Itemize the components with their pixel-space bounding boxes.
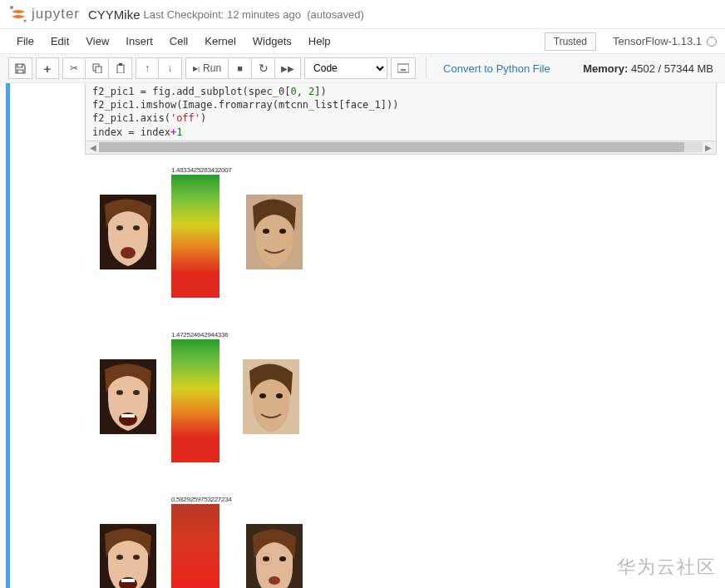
figure-row: 1.4833425283432007 xyxy=(100,166,717,298)
svg-point-24 xyxy=(259,393,266,398)
svg-point-19 xyxy=(116,390,123,395)
notebook-title[interactable]: CYYMike xyxy=(88,7,141,22)
run-icon: ▶| xyxy=(193,65,200,72)
arrow-down-icon: ↓ xyxy=(168,62,173,74)
svg-point-17 xyxy=(279,229,286,234)
paste-button[interactable] xyxy=(109,57,132,79)
svg-point-34 xyxy=(269,576,280,585)
distance-label: 1.472524642944336 xyxy=(171,331,228,338)
arrow-up-icon: ↑ xyxy=(145,62,150,74)
svg-point-1 xyxy=(24,20,27,22)
svg-point-32 xyxy=(263,556,269,561)
colorbar-gradient xyxy=(171,504,219,588)
face-image-right xyxy=(246,195,303,269)
save-icon xyxy=(15,63,26,74)
scroll-left-icon[interactable]: ◀ xyxy=(87,141,99,153)
memory-indicator: Memory: 4502 / 57344 MB xyxy=(583,62,713,75)
svg-point-13 xyxy=(133,225,140,230)
trusted-indicator[interactable]: Trusted xyxy=(545,32,596,51)
move-up-button[interactable]: ↑ xyxy=(136,57,159,79)
svg-point-12 xyxy=(116,225,123,230)
kernel-status-icon xyxy=(707,37,717,47)
notebook-container: f2_pic1 = fig.add_subplot(spec_0[0, 2]) … xyxy=(0,83,725,588)
copy-button[interactable] xyxy=(86,57,109,79)
menu-insert[interactable]: Insert xyxy=(117,30,161,52)
svg-rect-4 xyxy=(117,65,124,73)
svg-point-20 xyxy=(133,390,140,395)
toolbar: + ✂ ↑ ↓ ▶| Run ■ ↻ ▶▶ Code Convert to Py… xyxy=(0,54,725,83)
menu-widgets[interactable]: Widgets xyxy=(244,30,300,52)
command-palette-button[interactable] xyxy=(391,57,416,79)
face-image-right xyxy=(243,359,299,434)
svg-rect-3 xyxy=(96,67,101,73)
keyboard-icon xyxy=(397,63,409,73)
save-button[interactable] xyxy=(8,57,32,79)
plus-icon: + xyxy=(44,62,52,76)
svg-rect-5 xyxy=(119,63,122,66)
face-image-left xyxy=(100,359,156,434)
restart-button[interactable]: ↻ xyxy=(252,57,275,79)
move-down-button[interactable]: ↓ xyxy=(159,57,182,79)
svg-rect-30 xyxy=(121,579,135,582)
menu-kernel[interactable]: Kernel xyxy=(196,30,244,52)
jupyter-logo-text: jupyter xyxy=(32,6,80,22)
jupyter-logo[interactable]: jupyter xyxy=(8,4,80,24)
face-image-left xyxy=(100,195,156,269)
distance-label: 1.4833425283432007 xyxy=(171,166,231,174)
convert-to-python-link[interactable]: Convert to Python File xyxy=(443,62,550,75)
figure-row: 1.472524642944336 xyxy=(100,331,717,462)
colorbar-gradient xyxy=(171,339,219,462)
code-input[interactable]: f2_pic1 = fig.add_subplot(spec_0[0, 2]) … xyxy=(85,83,717,141)
scroll-right-icon[interactable]: ▶ xyxy=(703,141,714,153)
cell-output: 1.4833425283432007 xyxy=(17,161,725,588)
face-image-right xyxy=(246,524,303,588)
copy-icon xyxy=(92,63,102,73)
menubar: File Edit View Insert Cell Kernel Widget… xyxy=(0,29,725,54)
code-cell: f2_pic1 = fig.add_subplot(spec_0[0, 2]) … xyxy=(0,83,725,588)
restart-run-button[interactable]: ▶▶ xyxy=(275,57,301,79)
svg-point-0 xyxy=(10,6,13,9)
figure-row: 0.5829259753227234 xyxy=(100,496,717,588)
interrupt-button[interactable]: ■ xyxy=(229,57,252,79)
svg-point-27 xyxy=(116,555,123,560)
code-hscrollbar[interactable]: ◀ ▶ xyxy=(85,141,717,155)
menu-edit[interactable]: Edit xyxy=(42,30,77,52)
stop-icon: ■ xyxy=(237,63,243,73)
checkpoint-text: Last Checkpoint: 12 minutes ago (autosav… xyxy=(144,8,364,21)
jupyter-logo-icon xyxy=(8,4,28,24)
scissors-icon: ✂ xyxy=(70,62,78,74)
celltype-select[interactable]: Code xyxy=(304,57,387,79)
restart-icon: ↻ xyxy=(259,62,269,75)
menu-cell[interactable]: Cell xyxy=(161,30,196,52)
cut-button[interactable]: ✂ xyxy=(62,57,86,79)
svg-point-28 xyxy=(133,555,140,560)
distance-label: 0.5829259753227234 xyxy=(171,496,231,503)
svg-point-25 xyxy=(276,393,283,398)
svg-rect-6 xyxy=(397,64,409,72)
paste-icon xyxy=(116,63,126,73)
add-cell-button[interactable]: + xyxy=(36,57,59,79)
svg-rect-22 xyxy=(121,414,135,418)
menu-view[interactable]: View xyxy=(77,30,117,52)
svg-point-33 xyxy=(279,556,286,561)
svg-point-16 xyxy=(263,229,269,234)
menu-file[interactable]: File xyxy=(8,30,42,52)
face-image-left xyxy=(100,524,156,588)
fast-forward-icon: ▶▶ xyxy=(281,64,294,73)
kernel-indicator[interactable]: TensorFlow-1.13.1 xyxy=(613,35,717,47)
notebook-header: jupyter CYYMike Last Checkpoint: 12 minu… xyxy=(0,0,725,29)
scroll-thumb[interactable] xyxy=(99,142,684,152)
colorbar-gradient xyxy=(171,175,219,298)
kernel-name: TensorFlow-1.13.1 xyxy=(613,35,702,47)
menu-help[interactable]: Help xyxy=(300,30,339,52)
svg-point-14 xyxy=(121,247,136,259)
run-label: Run xyxy=(203,62,221,74)
run-button[interactable]: ▶| Run xyxy=(185,57,229,79)
